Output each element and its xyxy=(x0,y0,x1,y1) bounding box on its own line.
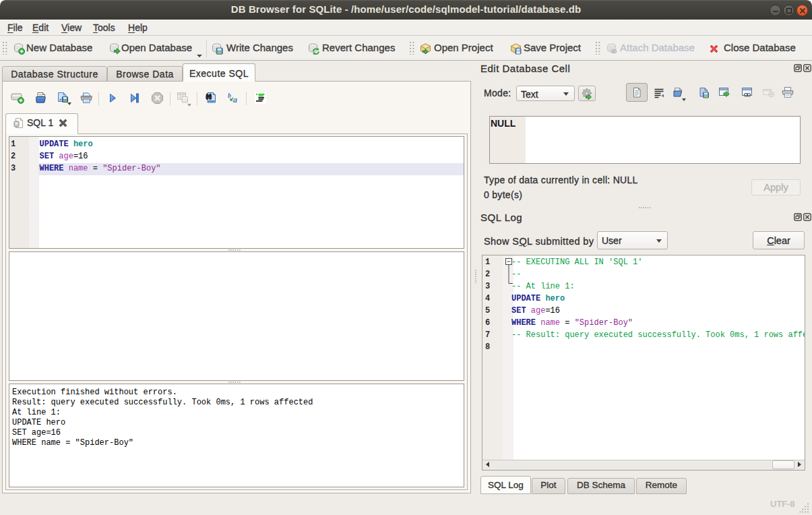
svg-text:a: a xyxy=(233,95,237,104)
svg-text:b: b xyxy=(228,92,231,99)
